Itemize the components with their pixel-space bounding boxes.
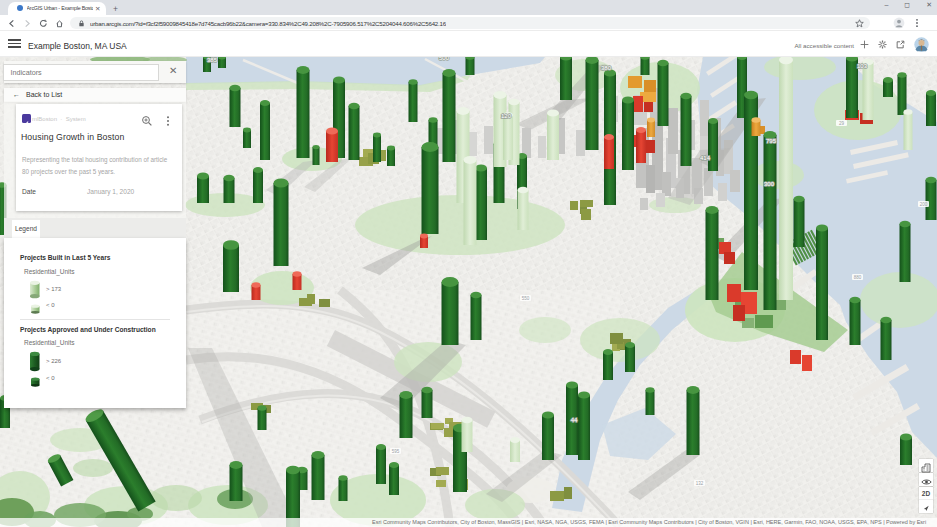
svg-text:120: 120 [501, 113, 512, 119]
svg-text:414: 414 [700, 155, 711, 161]
svg-text:132: 132 [696, 481, 704, 486]
svg-text:380: 380 [601, 65, 612, 71]
svg-text:595: 595 [392, 449, 400, 454]
svg-text:795: 795 [766, 138, 777, 144]
svg-text:300: 300 [764, 181, 775, 187]
svg-text:550: 550 [522, 296, 530, 301]
svg-text:44: 44 [571, 417, 578, 423]
svg-text:880: 880 [854, 275, 862, 280]
svg-text:385: 385 [207, 57, 218, 63]
svg-text:29: 29 [839, 121, 845, 126]
svg-text:200: 200 [920, 202, 928, 207]
svg-text:103: 103 [857, 63, 868, 69]
